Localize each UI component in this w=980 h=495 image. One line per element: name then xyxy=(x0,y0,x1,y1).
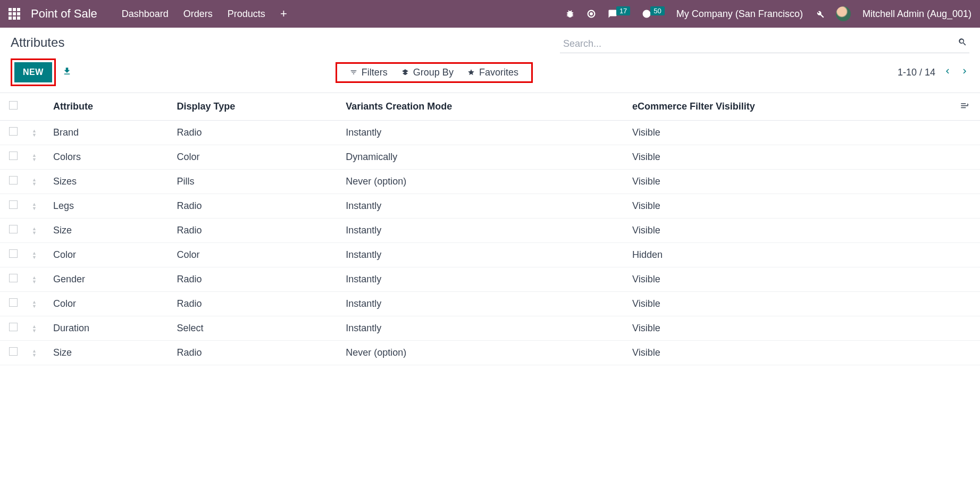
filters-label: Filters xyxy=(362,67,388,78)
header-attribute[interactable]: Attribute xyxy=(48,93,172,121)
table-row[interactable]: GenderRadioInstantlyVisible xyxy=(0,267,980,292)
cell-variants-mode: Dynamically xyxy=(340,145,627,170)
menu-orders[interactable]: Orders xyxy=(183,9,213,20)
activity-icon[interactable]: 50 xyxy=(642,9,664,19)
cell-variants-mode: Instantly xyxy=(340,292,627,316)
cell-variants-mode: Instantly xyxy=(340,121,627,145)
cell-attribute: Brand xyxy=(48,121,172,145)
row-checkbox[interactable] xyxy=(9,200,18,209)
pager-next-icon[interactable] xyxy=(960,66,969,79)
cell-variants-mode: Instantly xyxy=(340,194,627,219)
header-ecommerce[interactable]: eCommerce Filter Visibility xyxy=(627,93,953,121)
menu-dashboard[interactable]: Dashboard xyxy=(122,9,169,20)
groupby-button[interactable]: Group By xyxy=(401,67,454,78)
drag-handle-icon[interactable] xyxy=(32,275,43,284)
table-row[interactable]: BrandRadioInstantlyVisible xyxy=(0,121,980,145)
row-checkbox[interactable] xyxy=(9,176,18,184)
row-checkbox[interactable] xyxy=(9,152,18,160)
table-row[interactable]: SizeRadioNever (option)Visible xyxy=(0,341,980,365)
company-selector[interactable]: My Company (San Francisco) xyxy=(676,9,803,20)
drag-handle-icon[interactable] xyxy=(32,324,43,333)
select-all-checkbox[interactable] xyxy=(9,101,18,110)
row-checkbox[interactable] xyxy=(9,225,18,233)
table-row[interactable]: LegsRadioInstantlyVisible xyxy=(0,194,980,219)
cell-ecommerce: Visible xyxy=(627,341,953,365)
cell-ecommerce: Visible xyxy=(627,219,953,243)
activity-badge: 50 xyxy=(650,6,664,15)
row-checkbox[interactable] xyxy=(9,249,18,258)
row-checkbox[interactable] xyxy=(9,323,18,331)
header-options xyxy=(953,93,980,121)
search-input[interactable] xyxy=(560,35,969,53)
navbar-right: 17 50 My Company (San Francisco) Mitchel… xyxy=(565,6,971,21)
cell-variants-mode: Instantly xyxy=(340,243,627,267)
table-row[interactable]: ColorsColorDynamicallyVisible xyxy=(0,145,980,170)
support-icon[interactable] xyxy=(587,9,596,19)
table-row[interactable]: DurationSelectInstantlyVisible xyxy=(0,316,980,341)
header-display-type[interactable]: Display Type xyxy=(172,93,341,121)
drag-handle-icon[interactable] xyxy=(32,178,43,186)
cell-variants-mode: Never (option) xyxy=(340,170,627,194)
row-checkbox[interactable] xyxy=(9,347,18,356)
cell-display-type: Radio xyxy=(172,219,341,243)
cell-display-type: Radio xyxy=(172,194,341,219)
drag-handle-icon[interactable] xyxy=(32,202,43,211)
add-menu-icon[interactable]: + xyxy=(280,7,287,21)
search-area xyxy=(560,35,969,53)
table-row[interactable]: ColorRadioInstantlyVisible xyxy=(0,292,980,316)
favorites-button[interactable]: Favorites xyxy=(467,67,518,78)
row-checkbox[interactable] xyxy=(9,274,18,282)
cell-ecommerce: Visible xyxy=(627,121,953,145)
pager-text[interactable]: 1-10 / 14 xyxy=(898,67,935,78)
navbar-menu: Dashboard Orders Products + xyxy=(122,7,287,21)
pager-prev-icon[interactable] xyxy=(943,66,952,79)
cell-ecommerce: Visible xyxy=(627,194,953,219)
cell-display-type: Pills xyxy=(172,170,341,194)
search-icon[interactable] xyxy=(958,37,967,49)
table-row[interactable]: SizeRadioInstantlyVisible xyxy=(0,219,980,243)
cell-attribute: Sizes xyxy=(48,170,172,194)
breadcrumb: Attributes xyxy=(11,35,64,50)
header-variants-mode[interactable]: Variants Creation Mode xyxy=(340,93,627,121)
cell-variants-mode: Instantly xyxy=(340,219,627,243)
filter-toolbar-highlight: Filters Group By Favorites xyxy=(336,62,533,83)
messaging-icon[interactable]: 17 xyxy=(608,9,630,19)
menu-products[interactable]: Products xyxy=(228,9,265,20)
cell-attribute: Color xyxy=(48,243,172,267)
header-handle-col xyxy=(27,93,48,121)
cell-ecommerce: Visible xyxy=(627,292,953,316)
drag-handle-icon[interactable] xyxy=(32,300,43,308)
row-checkbox[interactable] xyxy=(9,298,18,307)
user-menu[interactable]: Mitchell Admin (Aug_001) xyxy=(862,9,971,20)
cell-variants-mode: Never (option) xyxy=(340,341,627,365)
cell-attribute: Legs xyxy=(48,194,172,219)
app-title[interactable]: Point of Sale xyxy=(31,7,97,21)
new-button[interactable]: NEW xyxy=(14,62,52,82)
table-row[interactable]: SizesPillsNever (option)Visible xyxy=(0,170,980,194)
pager: 1-10 / 14 xyxy=(898,66,969,79)
drag-handle-icon[interactable] xyxy=(32,251,43,259)
cell-attribute: Size xyxy=(48,219,172,243)
drag-handle-icon[interactable] xyxy=(32,129,43,137)
row-checkbox[interactable] xyxy=(9,127,18,136)
cell-display-type: Select xyxy=(172,316,341,341)
cell-attribute: Colors xyxy=(48,145,172,170)
drag-handle-icon[interactable] xyxy=(32,153,43,162)
settings-tools-icon[interactable] xyxy=(815,9,824,19)
cell-variants-mode: Instantly xyxy=(340,316,627,341)
table-row[interactable]: ColorColorInstantlyHidden xyxy=(0,243,980,267)
drag-handle-icon[interactable] xyxy=(32,226,43,235)
apps-icon[interactable] xyxy=(9,8,20,20)
navbar-left: Point of Sale Dashboard Orders Products … xyxy=(9,7,287,21)
optional-columns-icon[interactable] xyxy=(960,102,969,112)
groupby-label: Group By xyxy=(413,67,454,78)
bug-icon[interactable] xyxy=(565,9,575,19)
avatar[interactable] xyxy=(836,6,851,21)
header-checkbox-col xyxy=(0,93,27,121)
drag-handle-icon[interactable] xyxy=(32,349,43,357)
cell-display-type: Radio xyxy=(172,341,341,365)
cell-variants-mode: Instantly xyxy=(340,267,627,292)
filters-button[interactable]: Filters xyxy=(350,67,388,78)
cell-display-type: Color xyxy=(172,145,341,170)
import-icon[interactable] xyxy=(62,66,72,79)
